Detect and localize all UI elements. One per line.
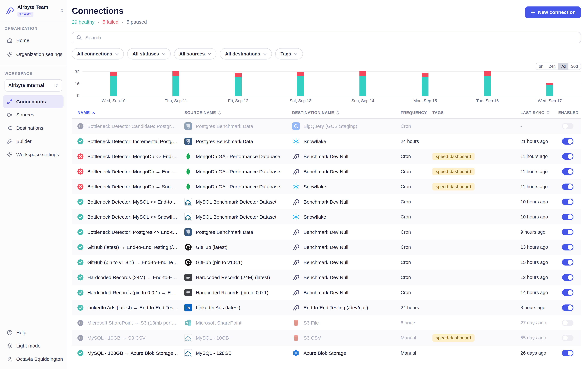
connections-icon — [7, 98, 13, 105]
sidebar-item-builder[interactable]: Builder — [3, 135, 64, 147]
enabled-toggle[interactable] — [562, 229, 573, 235]
column-header-source-name[interactable]: SOURCE NAME — [184, 111, 292, 115]
filter-label: All sources — [179, 51, 205, 57]
filter-all-statuses[interactable]: All statuses — [127, 48, 171, 60]
range-option-30d[interactable]: 30d — [568, 63, 581, 69]
enabled-toggle[interactable] — [562, 289, 573, 296]
table-row[interactable]: Bottleneck Detector: MongoDb → Snowflake… — [72, 179, 581, 194]
sidebar-item-label: Organization settings — [16, 51, 62, 57]
enabled-toggle[interactable] — [562, 123, 573, 130]
enabled-toggle[interactable] — [562, 274, 573, 281]
workspace-selector-value: Airbyte Internal — [8, 82, 44, 88]
sidebar-item-label: Destinations — [16, 125, 43, 131]
paused-status-icon — [77, 335, 83, 341]
workspace-selector[interactable]: Airbyte Internal — [5, 79, 62, 92]
table-row[interactable]: GitHub (latest) → End-to-End Testing (/d… — [72, 240, 581, 255]
column-header-destination-name[interactable]: DESTINATION NAME — [292, 111, 401, 115]
chart-x-label: Fri, Sep 12 — [207, 99, 269, 103]
chart-bar-group[interactable] — [519, 71, 581, 96]
enabled-toggle[interactable] — [562, 214, 573, 220]
postgres-icon — [184, 123, 192, 130]
table-row[interactable]: MySQL - 10GB → S3 CSV MySQL MySQL - 10GB… — [72, 330, 581, 346]
new-connection-button[interactable]: New connection — [525, 7, 581, 18]
frequency-value: Cron — [401, 290, 432, 295]
hardcoded-icon — [184, 289, 192, 297]
column-header-name[interactable]: NAME — [77, 111, 184, 115]
search-input[interactable] — [85, 35, 576, 41]
table-row[interactable]: GitHub (pin to v1.8.1) → End-to-End Test… — [72, 255, 581, 270]
last-sync-value: 11 hours ago — [520, 154, 558, 159]
filter-all-connections[interactable]: All connections — [72, 48, 124, 60]
destination-name: Benchmark Dev Null — [304, 259, 348, 265]
team-switcher[interactable]: Airbyte Team TEAMS — [0, 0, 67, 21]
chart-bar-group[interactable] — [145, 71, 207, 96]
table-row[interactable]: Microsoft SharePoint → S3 (13mb performa… — [72, 315, 581, 330]
healthy-status-icon — [77, 259, 83, 265]
filter-tags[interactable]: Tags — [275, 48, 303, 60]
enabled-toggle[interactable] — [562, 138, 573, 144]
healthy-bar-segment — [546, 85, 553, 96]
failed-bar-segment — [422, 73, 429, 77]
column-header-last-sync[interactable]: LAST SYNC — [520, 111, 558, 115]
mongodb-icon — [184, 183, 192, 191]
filter-label: Tags — [280, 51, 291, 57]
enabled-toggle[interactable] — [562, 184, 573, 190]
table-row[interactable]: Bottleneck Detector: Postgres <> End-to-… — [72, 225, 581, 240]
table-row[interactable]: MySQL - 128GB → Azure Blob Storage JSOn … — [72, 346, 581, 361]
sidebar-item-sources[interactable]: Sources — [3, 109, 64, 121]
table-row[interactable]: Bottleneck Detector: MySQL <> Snowflake … — [72, 209, 581, 225]
airbyte-icon — [292, 228, 300, 236]
sidebar-item-user[interactable]: Octavia Squiddington — [3, 353, 64, 365]
last-sync-value: 10 hours ago — [520, 214, 558, 220]
sidebar-item-connections[interactable]: Connections — [3, 95, 64, 108]
sidebar-item-organization-settings[interactable]: Organization settings — [3, 48, 64, 61]
table-header: NAME SOURCE NAME DESTINATION NAME FREQUE… — [72, 108, 581, 119]
table-row[interactable]: Bottleneck Detector: MongoDb <> End-to-E… — [72, 149, 581, 164]
enabled-toggle[interactable] — [562, 259, 573, 266]
range-option-24h[interactable]: 24h — [546, 63, 558, 69]
enabled-toggle[interactable] — [562, 305, 573, 311]
chart-bar-group[interactable] — [207, 71, 269, 96]
sidebar-item-home[interactable]: Home — [3, 34, 64, 47]
filter-all-destinations[interactable]: All destinations — [220, 48, 272, 60]
enabled-toggle[interactable] — [562, 199, 573, 205]
sidebar-item-light-mode[interactable]: Light mode — [3, 339, 64, 352]
healthy-bar-segment — [110, 76, 117, 96]
enabled-toggle[interactable] — [562, 153, 573, 160]
source-name: MySQL Benchmark Detector Dataset — [196, 199, 276, 205]
healthy-status-icon — [77, 244, 83, 250]
table-row[interactable]: Hardcoded Records (24M) → End-to-End Te…… — [72, 270, 581, 285]
azure-icon — [292, 349, 300, 357]
table-row[interactable]: Bottleneck Detector: MongoDb → End-to-En… — [72, 164, 581, 179]
table-row[interactable]: Bottleneck Detector: Incremental Postgre… — [72, 134, 581, 149]
enabled-toggle[interactable] — [562, 168, 573, 175]
last-sync-value: 9 hours ago — [520, 229, 558, 235]
team-badge: TEAMS — [18, 12, 34, 17]
chart-bar-group[interactable] — [82, 71, 145, 96]
svg-text:MySQL: MySQL — [185, 339, 191, 341]
frequency-value: Cron — [401, 275, 432, 280]
table-row[interactable]: LinkedIn Ads (latest) → End-to-End Testi… — [72, 300, 581, 315]
chart-bar-group[interactable] — [332, 71, 394, 96]
enabled-toggle[interactable] — [562, 320, 573, 326]
enabled-toggle[interactable] — [562, 335, 573, 341]
last-sync-value: - — [520, 123, 558, 129]
sidebar-item-help[interactable]: Help — [3, 326, 64, 339]
filter-all-sources[interactable]: All sources — [174, 48, 216, 60]
sidebar-item-destinations[interactable]: Destinations — [3, 122, 64, 134]
sort-icon — [546, 111, 550, 115]
healthy-bar-segment — [235, 77, 242, 96]
sidebar-item-workspace-settings[interactable]: Workspace settings — [3, 148, 64, 161]
table-row[interactable]: Bottleneck Detector Candidate: Postgres … — [72, 119, 581, 134]
enabled-toggle[interactable] — [562, 350, 573, 356]
column-label: ENABLED — [558, 111, 579, 115]
new-connection-label: New connection — [538, 9, 576, 15]
enabled-toggle[interactable] — [562, 244, 573, 250]
chart-bar-group[interactable] — [269, 71, 332, 96]
table-row[interactable]: Hardcoded Records (pin to 0.0.1) → End-t… — [72, 285, 581, 300]
range-option-7d[interactable]: 7d — [558, 63, 568, 69]
table-row[interactable]: Bottleneck Detector: MySQL <> End-to-End… — [72, 194, 581, 209]
range-option-6h[interactable]: 6h — [536, 63, 546, 69]
chart-bar-group[interactable] — [456, 71, 519, 96]
chart-bar-group[interactable] — [394, 71, 457, 96]
